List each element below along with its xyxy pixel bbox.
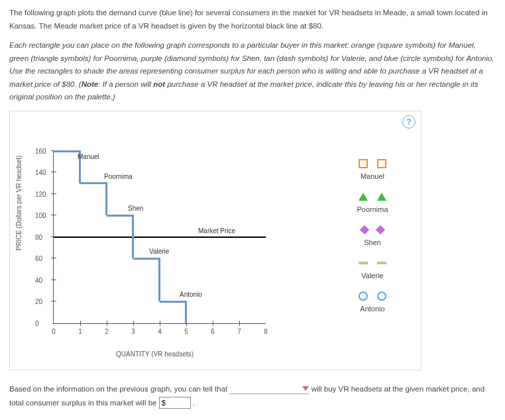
xtick-1: 1 xyxy=(78,328,82,335)
dash-icon xyxy=(343,257,402,269)
palette-label: Valerie xyxy=(343,272,402,280)
ytick-120: 120 xyxy=(35,190,46,197)
xtick-6: 6 xyxy=(211,328,215,335)
plot-region[interactable]: 160 140 120 100 80 60 40 20 0 0 1 2 3 4 … xyxy=(53,151,266,324)
answer-pre: Based on the information on the previous… xyxy=(9,385,229,393)
palette-label: Antonio xyxy=(343,305,402,313)
chart-area[interactable]: PRICE (Dollars per VR headset) QUANTITY … xyxy=(17,144,295,356)
help-icon[interactable]: ? xyxy=(402,115,416,129)
x-axis-label: QUANTITY (VR headsets) xyxy=(116,350,194,358)
surplus-input[interactable] xyxy=(159,397,191,409)
ytick-140: 140 xyxy=(35,169,46,176)
ytick-40: 40 xyxy=(35,276,42,284)
diamond-icon xyxy=(343,224,402,236)
label-manuel: Manuel xyxy=(78,153,99,160)
palette: Manuel Poornima Shen Valerie Antonio xyxy=(343,158,402,323)
answer-sentence: Based on the information on the previous… xyxy=(9,382,496,409)
ytick-20: 20 xyxy=(35,298,42,305)
answer-post: . xyxy=(193,399,195,407)
ytick-80: 80 xyxy=(35,233,42,240)
graph-panel: ? PRICE (Dollars per VR headset) QUANTIT… xyxy=(9,111,421,370)
ytick-100: 100 xyxy=(35,212,46,219)
demand-seg xyxy=(132,215,134,258)
buyers-dropdown[interactable] xyxy=(229,384,309,394)
not-label: not xyxy=(153,80,165,88)
palette-shen[interactable]: Shen xyxy=(343,224,402,246)
xtick-5: 5 xyxy=(184,328,188,335)
intro-paragraph-1: The following graph plots the demand cur… xyxy=(9,7,496,32)
market-price-line xyxy=(54,236,266,238)
demand-seg xyxy=(158,258,160,301)
xtick-8: 8 xyxy=(264,328,268,335)
xtick-4: 4 xyxy=(158,328,162,335)
market-price-label: Market Price xyxy=(198,227,235,235)
label-poornima: Poornima xyxy=(104,173,133,180)
xtick-0: 0 xyxy=(52,328,56,335)
demand-seg xyxy=(105,182,107,215)
palette-label: Poornima xyxy=(343,205,402,213)
palette-label: Manuel xyxy=(343,172,402,180)
ytick-160: 160 xyxy=(35,147,46,154)
palette-manuel[interactable]: Manuel xyxy=(343,158,402,180)
label-antonio: Antonio xyxy=(180,291,202,298)
demand-seg xyxy=(160,301,186,303)
palette-antonio[interactable]: Antonio xyxy=(343,290,402,313)
demand-seg xyxy=(54,150,80,152)
intro-2b: : If a person will xyxy=(98,80,153,88)
demand-seg xyxy=(107,215,133,217)
demand-seg xyxy=(185,301,187,323)
circle-icon xyxy=(343,290,402,302)
square-icon xyxy=(343,158,402,170)
ytick-0: 0 xyxy=(35,319,39,327)
demand-seg xyxy=(80,182,107,184)
xtick-2: 2 xyxy=(105,328,109,335)
demand-seg xyxy=(133,258,160,260)
xtick-3: 3 xyxy=(131,328,135,335)
ytick-60: 60 xyxy=(35,255,42,262)
note-label: Note xyxy=(82,80,99,88)
triangle-icon xyxy=(343,191,402,203)
palette-label: Shen xyxy=(343,238,402,246)
xtick-7: 7 xyxy=(237,328,241,335)
y-axis-label: PRICE (Dollars per VR headset) xyxy=(15,155,23,250)
intro-paragraph-2: Each rectangle you can place on the foll… xyxy=(9,39,496,104)
label-shen: Shen xyxy=(128,205,143,212)
palette-valerie[interactable]: Valerie xyxy=(343,257,402,280)
label-valerie: Valerie xyxy=(149,248,169,255)
palette-poornima[interactable]: Poornima xyxy=(343,191,402,213)
